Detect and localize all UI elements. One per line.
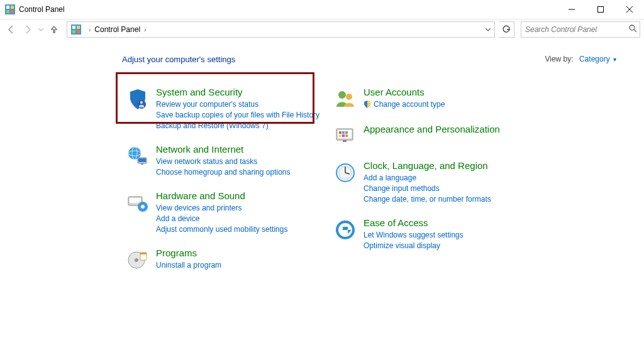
svg-rect-22 — [138, 158, 146, 162]
category-link[interactable]: View network status and tasks — [156, 156, 327, 167]
view-by-control[interactable]: View by: Category ▾ — [545, 55, 616, 63]
category-title[interactable]: Hardware and Sound — [156, 190, 327, 202]
nav-row: › Control Panel › — [0, 19, 644, 40]
category-link[interactable]: Change input methods — [364, 183, 535, 194]
search-input[interactable] — [524, 25, 629, 35]
category-hardware-and-sound: Hardware and Sound View devices and prin… — [122, 187, 330, 244]
svg-rect-3 — [6, 10, 9, 13]
category-link[interactable]: Change date, time, or number formats — [364, 194, 535, 205]
programs-icon — [125, 248, 151, 271]
titlebar: Control Panel — [0, 0, 644, 19]
svg-rect-38 — [345, 131, 348, 134]
svg-rect-11 — [77, 26, 80, 29]
svg-rect-4 — [11, 10, 14, 13]
category-link[interactable]: Let Windows suggest settings — [364, 230, 535, 241]
network-icon — [125, 144, 151, 178]
svg-rect-42 — [343, 140, 347, 142]
svg-point-14 — [630, 25, 635, 30]
minimize-button[interactable] — [557, 0, 586, 19]
left-column: System and Security Review your computer… — [122, 83, 330, 280]
category-link[interactable]: Add a language — [364, 173, 535, 183]
address-bar[interactable]: › Control Panel › — [67, 21, 495, 38]
appearance-icon — [332, 124, 358, 148]
svg-rect-37 — [342, 131, 345, 134]
category-link[interactable]: Review your computer's status — [156, 99, 327, 110]
chevron-down-icon[interactable]: ▾ — [613, 56, 616, 63]
uac-shield-icon — [364, 101, 371, 111]
content-area: Adjust your computer's settings View by:… — [0, 40, 644, 280]
category-title[interactable]: User Accounts — [364, 87, 535, 98]
svg-point-33 — [346, 94, 352, 100]
forward-button[interactable] — [20, 22, 35, 37]
address-icon — [71, 25, 81, 35]
category-title[interactable]: Clock, Language, and Region — [364, 160, 535, 172]
svg-rect-25 — [130, 198, 141, 203]
category-link[interactable]: Save backup copies of your files with Fi… — [156, 110, 327, 121]
category-title[interactable]: Network and Internet — [156, 144, 327, 155]
category-system-and-security: System and Security Review your computer… — [122, 83, 330, 140]
svg-line-15 — [634, 30, 636, 32]
svg-rect-10 — [72, 26, 75, 29]
category-link[interactable]: Uninstall a program — [156, 260, 327, 271]
chevron-right-icon[interactable]: › — [89, 26, 91, 33]
svg-rect-12 — [72, 30, 75, 33]
control-panel-icon — [5, 4, 15, 14]
svg-rect-6 — [598, 7, 604, 13]
svg-point-32 — [338, 91, 346, 99]
category-appearance-and-personalization: Appearance and Personalization — [330, 120, 537, 156]
category-link[interactable]: Add a device — [156, 214, 327, 224]
category-title[interactable]: Ease of Access — [364, 217, 535, 229]
svg-point-17 — [140, 101, 143, 104]
clock-icon — [332, 160, 358, 205]
category-network-and-internet: Network and Internet View network status… — [122, 140, 330, 187]
user-accounts-icon — [332, 87, 358, 111]
maximize-button[interactable] — [586, 0, 615, 19]
category-link[interactable]: Choose homegroup and sharing options — [156, 167, 327, 178]
search-icon[interactable] — [629, 25, 637, 35]
svg-rect-35 — [338, 130, 352, 138]
category-user-accounts: User Accounts Change account type — [330, 83, 537, 120]
address-dropdown-button[interactable] — [482, 23, 494, 36]
hardware-icon — [125, 190, 151, 235]
svg-rect-31 — [140, 253, 147, 254]
svg-rect-39 — [339, 134, 341, 137]
view-by-value[interactable]: Category — [579, 55, 610, 63]
svg-point-29 — [135, 258, 138, 262]
category-link[interactable]: Change account type — [364, 99, 535, 111]
category-link[interactable]: Optimize visual display — [364, 241, 535, 251]
search-box[interactable] — [521, 21, 640, 38]
refresh-button[interactable] — [499, 21, 514, 38]
category-ease-of-access: Ease of Access Let Windows suggest setti… — [330, 214, 537, 260]
view-by-label: View by: — [545, 55, 573, 63]
ease-of-access-icon — [332, 217, 358, 251]
recent-locations-button[interactable] — [36, 22, 45, 37]
category-link[interactable]: Backup and Restore (Windows 7) — [156, 121, 327, 131]
category-link-text: Change account type — [374, 100, 445, 109]
category-title[interactable]: System and Security — [156, 87, 327, 98]
category-title[interactable]: Appearance and Personalization — [364, 124, 535, 135]
svg-rect-23 — [141, 163, 143, 165]
svg-rect-41 — [345, 134, 348, 137]
category-programs: Programs Uninstall a program — [122, 244, 330, 280]
svg-rect-1 — [6, 6, 9, 9]
svg-rect-36 — [339, 131, 341, 134]
svg-point-27 — [141, 205, 145, 209]
svg-rect-40 — [342, 134, 345, 137]
category-link[interactable]: View devices and printers — [156, 203, 327, 214]
right-column: User Accounts Change account type Appear… — [330, 83, 537, 280]
back-button[interactable] — [4, 22, 19, 37]
svg-rect-2 — [11, 6, 14, 9]
category-title[interactable]: Programs — [156, 248, 327, 259]
shield-icon — [125, 87, 151, 131]
window-title: Control Panel — [19, 5, 65, 14]
svg-rect-13 — [77, 30, 80, 33]
category-clock-language-and-region: Clock, Language, and Region Add a langua… — [330, 156, 537, 214]
up-button[interactable] — [47, 22, 62, 37]
close-button[interactable] — [615, 0, 644, 19]
category-link[interactable]: Adjust commonly used mobility settings — [156, 224, 327, 235]
chevron-right-icon[interactable]: › — [144, 26, 146, 33]
breadcrumb-root[interactable]: Control Panel — [94, 25, 140, 34]
